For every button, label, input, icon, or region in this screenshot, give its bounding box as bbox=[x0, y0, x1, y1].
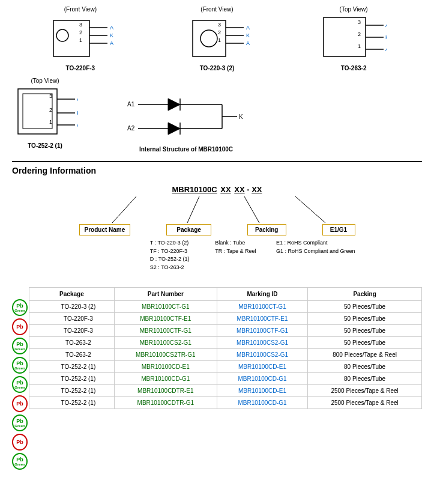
to2522-1-name: TO-252-2 (1) bbox=[28, 142, 62, 149]
svg-text:1: 1 bbox=[79, 37, 82, 43]
svg-text:2: 2 bbox=[49, 107, 52, 113]
e1g1-desc: E1 : RoHS CompliantG1 : RoHS Compliant a… bbox=[276, 239, 355, 255]
to2203-view-label: (Front View) bbox=[200, 6, 233, 13]
ordering-info-wrapper: MBR10100C XX XX - XX Product Name Pac bbox=[12, 185, 422, 272]
table-row: TO-252-2 (1)MBR10100CDTR-G1MBR10100CD-G1… bbox=[29, 397, 422, 409]
ordering-section: Ordering Information MBR10100C XX XX - X… bbox=[12, 161, 422, 471]
svg-text:K: K bbox=[239, 114, 243, 120]
cell-package: TO-252-2 (1) bbox=[29, 397, 115, 409]
cell-packing: 50 Pieces/Tube bbox=[308, 313, 422, 325]
cell-package: TO-263-2 bbox=[29, 337, 115, 349]
svg-line-57 bbox=[187, 196, 199, 223]
ordering-title: Ordering Information bbox=[12, 166, 422, 175]
cell-packing: 50 Pieces/Tube bbox=[308, 301, 422, 313]
cell-part-number: MBR10100CTF-G1 bbox=[114, 325, 217, 337]
pn-xx3: XX bbox=[252, 185, 262, 194]
table-row: TO-220F-3MBR10100CTF-G1MBR10100CTF-G150 … bbox=[29, 325, 422, 337]
table-wrapper: Pb Green Pb Pb Green Pb Green Pb Green bbox=[12, 281, 422, 471]
rohs-badge-9: Pb Green bbox=[12, 453, 28, 470]
internal-structure-name: Internal Structure of MBR10100C bbox=[139, 146, 233, 153]
svg-marker-45 bbox=[168, 99, 180, 111]
cell-part-number: MBR10100CT-G1 bbox=[114, 301, 217, 313]
pn-xx2: XX bbox=[234, 185, 244, 194]
table-row: TO-220F-3MBR10100CTF-E1MBR10100CTF-E150 … bbox=[29, 313, 422, 325]
diagram-to2203-2: (Front View) 3 2 1 A2 K A1 TO-220-3 (2) bbox=[184, 6, 250, 71]
svg-text:3: 3 bbox=[79, 22, 82, 28]
svg-rect-0 bbox=[53, 20, 89, 56]
rohs-badge-5: Pb Green bbox=[12, 376, 28, 393]
cell-part-number: MBR10100CS2TR-G1 bbox=[114, 349, 217, 361]
to220f3-svg: 3 2 1 A2 K A1 bbox=[47, 14, 113, 62]
svg-text:A2: A2 bbox=[110, 25, 113, 31]
svg-rect-33 bbox=[23, 94, 52, 129]
svg-text:A1: A1 bbox=[110, 40, 113, 46]
svg-text:A2: A2 bbox=[77, 96, 78, 102]
col-marking-id: Marking ID bbox=[217, 288, 307, 301]
svg-text:A2: A2 bbox=[385, 22, 387, 28]
table-row: TO-252-2 (1)MBR10100CD-E1MBR10100CD-E180… bbox=[29, 361, 422, 373]
svg-text:3: 3 bbox=[358, 19, 361, 25]
svg-text:3: 3 bbox=[218, 22, 221, 28]
product-name-box: Product Name bbox=[79, 224, 131, 235]
svg-text:1: 1 bbox=[49, 119, 52, 125]
cell-marking-id: MBR10100CD-E1 bbox=[217, 385, 307, 397]
svg-line-56 bbox=[112, 196, 136, 223]
pn-xx1: XX bbox=[220, 185, 231, 194]
svg-text:1: 1 bbox=[358, 43, 361, 49]
cell-packing: 80 Pieces/Tube bbox=[308, 373, 422, 385]
cell-package: TO-220F-3 bbox=[29, 313, 115, 325]
package-box: Package bbox=[166, 224, 211, 235]
to2203-svg: 3 2 1 A2 K A1 bbox=[184, 14, 250, 62]
to2203-2-name: TO-220-3 (2) bbox=[200, 65, 235, 71]
svg-text:1: 1 bbox=[218, 37, 221, 43]
cell-marking-id: MBR10100CD-E1 bbox=[217, 361, 307, 373]
cell-marking-id: MBR10100CTF-E1 bbox=[217, 313, 307, 325]
svg-text:2: 2 bbox=[358, 31, 361, 37]
svg-text:A1: A1 bbox=[385, 46, 387, 52]
svg-text:2: 2 bbox=[79, 29, 82, 35]
table-header-row: Package Part Number Marking ID Packing bbox=[29, 288, 422, 301]
to2632-svg: 3 2 1 A2 K A1 bbox=[321, 14, 387, 62]
connector-lines-svg bbox=[79, 194, 355, 224]
svg-point-12 bbox=[200, 30, 217, 47]
package-desc: T : TO-220-3 (2)TF : TO-220F-3D : TO-252… bbox=[150, 239, 195, 272]
rohs-badge-1: Pb Green bbox=[12, 299, 28, 316]
svg-text:K: K bbox=[385, 34, 387, 40]
table-row: TO-263-2MBR10100CS2-G1MBR10100CS2-G150 P… bbox=[29, 337, 422, 349]
cell-marking-id: MBR10100CD-G1 bbox=[217, 397, 307, 409]
cell-packing: 80 Pieces/Tube bbox=[308, 361, 422, 373]
cell-package: TO-220-3 (2) bbox=[29, 301, 115, 313]
internal-structure-svg: A1 A2 K bbox=[126, 90, 246, 144]
to2632-view-label: (Top View) bbox=[340, 6, 368, 13]
packing-box: Packing bbox=[247, 224, 286, 235]
diagram-to2632: (Top View) 3 2 1 A2 K A1 TO-263-2 bbox=[321, 6, 387, 71]
cell-package: TO-220F-3 bbox=[29, 325, 115, 337]
col-packing: Packing bbox=[308, 288, 422, 301]
top-diagrams-row: (Front View) 3 2 1 A2 K A1 TO-220F-3 (Fr… bbox=[12, 6, 422, 71]
svg-text:A2: A2 bbox=[127, 125, 135, 132]
svg-point-1 bbox=[56, 29, 68, 41]
cell-marking-id: MBR10100CTF-G1 bbox=[217, 325, 307, 337]
pn-display: MBR10100C XX XX - XX bbox=[79, 185, 355, 194]
cell-part-number: MBR10100CDTR-E1 bbox=[114, 385, 217, 397]
cell-marking-id: MBR10100CD-G1 bbox=[217, 373, 307, 385]
cell-marking-id: MBR10100CS2-G1 bbox=[217, 337, 307, 349]
cell-package: TO-252-2 (1) bbox=[29, 385, 115, 397]
cell-part-number: MBR10100CD-E1 bbox=[114, 361, 217, 373]
svg-text:A1: A1 bbox=[127, 101, 135, 108]
rohs-badge-7: Pb Green bbox=[12, 414, 28, 431]
to220f3-view-label: (Front View) bbox=[64, 6, 97, 13]
svg-text:A1: A1 bbox=[246, 40, 250, 46]
to2522-svg: 3 2 1 A2 K A1 bbox=[12, 86, 78, 140]
table-row: TO-220-3 (2)MBR10100CT-G1MBR10100CT-G150… bbox=[29, 301, 422, 313]
svg-text:3: 3 bbox=[49, 93, 52, 99]
bottom-diagrams-row: (Top View) 3 2 1 A2 K A1 TO-252-2 (1) A1 bbox=[12, 77, 422, 153]
parts-table: Package Part Number Marking ID Packing T… bbox=[29, 287, 422, 409]
e1g1-box: E1/G1 bbox=[322, 224, 355, 235]
cell-marking-id: MBR10100CT-G1 bbox=[217, 301, 307, 313]
cell-packing: 50 Pieces/Tube bbox=[308, 325, 422, 337]
packing-desc: Blank : TubeTR : Tape & Reel bbox=[215, 239, 256, 255]
svg-line-58 bbox=[244, 196, 259, 223]
rohs-badge-4: Pb Green bbox=[12, 357, 28, 374]
diagram-to2522-1: (Top View) 3 2 1 A2 K A1 TO-252-2 (1) bbox=[12, 77, 78, 149]
